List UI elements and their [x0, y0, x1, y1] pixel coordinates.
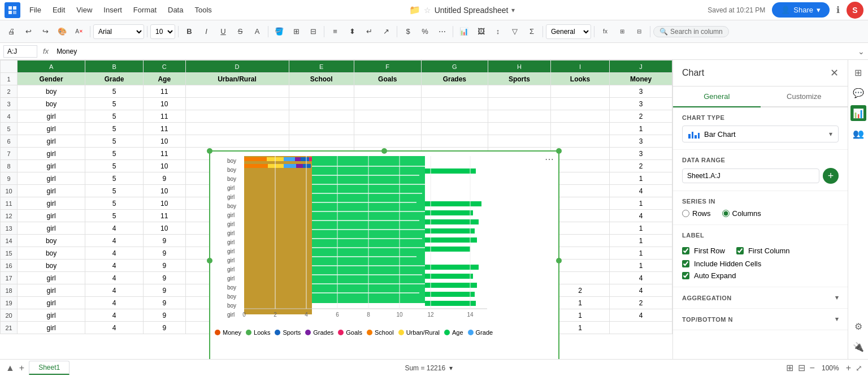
cell-3-8[interactable] — [488, 98, 551, 110]
cell-5-8[interactable] — [488, 123, 551, 135]
cell-a1[interactable]: Gender — [18, 73, 85, 85]
side-explore-icon[interactable]: ⊞ — [850, 64, 866, 80]
cell-5-4[interactable] — [185, 123, 289, 135]
cell-19-3[interactable]: 9 — [144, 297, 186, 309]
cell-6-8[interactable] — [488, 135, 551, 148]
cell-18-10[interactable]: 4 — [610, 284, 672, 297]
sum-dropdown[interactable]: ▾ — [449, 364, 453, 372]
cell-d1[interactable]: Urban/Rural — [185, 73, 289, 85]
cell-16-10[interactable]: 1 — [610, 260, 672, 272]
image-button[interactable]: 🖼 — [473, 24, 489, 40]
spreadsheet-title[interactable]: Untitled Spreadsheet — [435, 6, 509, 15]
cell-14-1[interactable]: boy — [18, 235, 85, 247]
radio-rows[interactable]: Rows — [682, 209, 711, 218]
user-avatar[interactable]: S — [847, 2, 863, 19]
cell-5-9[interactable] — [550, 123, 609, 135]
redo-button[interactable]: ↪ — [37, 24, 53, 40]
filter-button[interactable]: ▽ — [507, 24, 523, 40]
cell-i1[interactable]: Looks — [550, 73, 609, 85]
cell-8-1[interactable]: girl — [18, 160, 85, 172]
number-format-select[interactable]: General — [546, 24, 591, 39]
cell-20-2[interactable]: 4 — [85, 309, 144, 322]
print-button[interactable]: 🖨 — [3, 24, 19, 40]
cell-17-3[interactable]: 9 — [144, 272, 186, 284]
function-button[interactable]: Σ — [524, 24, 540, 40]
side-settings-icon[interactable]: ⚙ — [850, 318, 866, 334]
sort-button[interactable]: ↕ — [490, 24, 506, 40]
zoom-level[interactable]: 100% — [819, 364, 841, 372]
underline-button[interactable]: U — [215, 24, 231, 40]
cell-10-1[interactable]: girl — [18, 185, 85, 197]
cell-4-9[interactable] — [550, 110, 609, 123]
resize-handle-ne[interactable] — [556, 148, 562, 154]
cell-2-9[interactable] — [550, 85, 609, 98]
topbottom-row[interactable]: TOP/BOTTOM N ▾ — [673, 309, 848, 330]
undo-button[interactable]: ↩ — [20, 24, 36, 40]
side-comments-icon[interactable]: 💬 — [850, 85, 866, 101]
menu-tools[interactable]: Tools — [190, 3, 216, 16]
tab-general[interactable]: General — [673, 87, 761, 107]
cell-4-5[interactable] — [289, 110, 354, 123]
cell-10-3[interactable]: 10 — [144, 185, 186, 197]
tab-customize[interactable]: Customize — [761, 87, 848, 106]
clear-format-button[interactable]: A✕ — [71, 24, 87, 40]
cell-4-7[interactable] — [421, 110, 488, 123]
cell-6-6[interactable] — [354, 135, 421, 148]
cell-10-10[interactable]: 4 — [610, 185, 672, 197]
menu-format[interactable]: Format — [129, 3, 161, 16]
col-header-g[interactable]: G — [421, 60, 488, 73]
col-header-d[interactable]: D — [185, 60, 289, 73]
zoom-fit-icon[interactable]: ⤢ — [856, 364, 862, 373]
cell-12-2[interactable]: 5 — [85, 210, 144, 222]
cell-2-2[interactable]: 5 — [85, 85, 144, 98]
resize-handle-top[interactable] — [381, 148, 387, 154]
cell-10-2[interactable]: 5 — [85, 185, 144, 197]
cell-reference[interactable]: A:J — [3, 45, 37, 58]
check-include-hidden[interactable]: Include Hidden Cells — [682, 260, 839, 268]
cell-h1[interactable]: Sports — [488, 73, 551, 85]
cell-6-9[interactable] — [550, 135, 609, 148]
zoom-plus[interactable]: + — [846, 363, 851, 373]
cell-11-3[interactable]: 10 — [144, 197, 186, 210]
col-header-h[interactable]: H — [488, 60, 551, 73]
cell-7-1[interactable]: girl — [18, 148, 85, 160]
font-size-select[interactable]: 10 — [150, 24, 175, 39]
cell-e1[interactable]: School — [289, 73, 354, 85]
cell-14-3[interactable]: 9 — [144, 235, 186, 247]
menu-file[interactable]: File — [25, 3, 46, 16]
col-header-j[interactable]: J — [610, 60, 672, 73]
cell-3-9[interactable] — [550, 98, 609, 110]
cell-21-3[interactable]: 9 — [144, 322, 186, 334]
radio-columns-input[interactable] — [722, 210, 730, 217]
cell-6-10[interactable]: 3 — [610, 135, 672, 148]
cell-4-4[interactable] — [185, 110, 289, 123]
rotate-button[interactable]: ↗ — [378, 24, 394, 40]
zoom-minus[interactable]: − — [810, 363, 815, 373]
menu-edit[interactable]: Edit — [48, 3, 70, 16]
panel-close-button[interactable]: ✕ — [830, 67, 839, 79]
cell-4-6[interactable] — [354, 110, 421, 123]
cell-9-3[interactable]: 9 — [144, 172, 186, 185]
cell-20-3[interactable]: 9 — [144, 309, 186, 322]
title-dropdown-icon[interactable]: ▾ — [511, 6, 515, 14]
info-icon[interactable]: ℹ — [836, 5, 840, 15]
currency-button[interactable]: $ — [400, 24, 416, 40]
cell-17-1[interactable]: girl — [18, 272, 85, 284]
cell-8-2[interactable]: 5 — [85, 160, 144, 172]
cell-6-4[interactable] — [185, 135, 289, 148]
cell-15-2[interactable]: 4 — [85, 247, 144, 260]
cell-2-7[interactable] — [421, 85, 488, 98]
cell-18-2[interactable]: 4 — [85, 284, 144, 297]
check-auto-expand-input[interactable] — [682, 272, 689, 279]
resize-handle-nw[interactable] — [207, 148, 212, 154]
cell-11-2[interactable]: 5 — [85, 197, 144, 210]
menu-data[interactable]: Data — [163, 3, 188, 16]
more-formats-button[interactable]: ⋯ — [434, 24, 450, 40]
cell-g1[interactable]: Grades — [421, 73, 488, 85]
cell-14-10[interactable]: 1 — [610, 235, 672, 247]
cell-b1[interactable]: Grade — [85, 73, 144, 85]
group-cols-btn[interactable]: ⊟ — [631, 24, 647, 40]
align-button[interactable]: ≡ — [327, 24, 343, 40]
cell-14-2[interactable]: 4 — [85, 235, 144, 247]
cell-4-3[interactable]: 11 — [144, 110, 186, 123]
